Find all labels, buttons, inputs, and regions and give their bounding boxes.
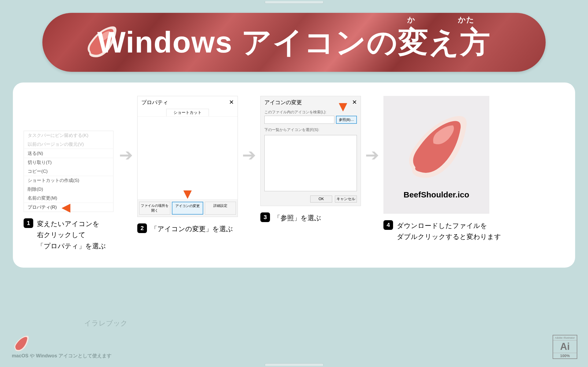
title-text: か かた Windows アイコンの変え方 [97, 22, 491, 63]
step-3-desc: 「参照」を選ぶ [274, 212, 321, 223]
ok-button[interactable]: OK [310, 196, 332, 203]
dlg3-title: アイコンの変更 [264, 99, 302, 106]
pointer-arrow-icon: ▼ [336, 103, 350, 110]
footer-mid: や [28, 353, 36, 358]
context-menu: タスクバーにピン留めする(K) 以前のバージョンの復元(V) 送る(N) 切り取… [24, 131, 113, 212]
ctx-pin[interactable]: タスクバーにピン留めする(K) [24, 131, 113, 140]
dlg3-list-label: 下の一覧からアイコンを選択(S): [261, 126, 361, 133]
btn-advanced[interactable]: 詳細設定 [205, 202, 236, 215]
ai-badge-top: Adobe Illustrator [553, 335, 577, 340]
footer-macos: macOS [12, 353, 28, 358]
icon-path-input[interactable] [264, 116, 334, 124]
title-main: Windows アイコンの変え方 [97, 25, 491, 59]
step-2-desc: 「アイコンの変更」を選ぶ [151, 223, 233, 234]
step-1-badge: 1 [24, 218, 33, 228]
step-2-badge: 2 [137, 223, 147, 233]
result-filename: BeefShoulder.ico [404, 190, 469, 199]
cancel-button[interactable]: キャンセル [335, 196, 357, 203]
flow-arrow-icon: ➔ [365, 145, 379, 165]
steps-panel: タスクバーにピン留めする(K) 以前のバージョンの復元(V) 送る(N) 切り取… [13, 83, 575, 268]
pointer-arrow-icon: ▼ [181, 190, 194, 197]
ai-badge-bot: 100% [553, 353, 577, 358]
step-1-desc: 変えたいアイコンを 右クリックして 「プロパティ」を選ぶ [37, 218, 106, 252]
browse-button[interactable]: 参照(B)… [336, 116, 357, 124]
footer-brand: イラレブック [84, 319, 128, 328]
step-4-desc: ダウンロードしたファイルを ダブルクリックすると変わります [397, 220, 501, 242]
result-preview: BeefShoulder.ico [383, 96, 489, 214]
top-notch [265, 1, 324, 4]
footer-note: macOS や Windwos アイコンとして使えます [12, 353, 128, 359]
footer: イラレブック macOS や Windwos アイコンとして使えます [12, 319, 128, 359]
ruby-ka: か [407, 15, 416, 25]
ai-badge: Adobe Illustrator Ai 100% [553, 335, 577, 359]
btn-open-location[interactable]: ファイルの場所を開く [139, 202, 170, 215]
ctx-properties[interactable]: プロパティ(R) ◀ [24, 203, 113, 212]
title-banner: か かた Windows アイコンの変え方 [42, 13, 546, 72]
meat-icon [399, 110, 474, 185]
ctx-delete[interactable]: 削除(D) [24, 185, 113, 194]
icon-list[interactable] [264, 135, 357, 191]
ctx-send[interactable]: 送る(N) [24, 149, 113, 158]
close-icon[interactable]: ✕ [352, 99, 357, 106]
step-4-badge: 4 [383, 220, 393, 230]
ctx-shortcut[interactable]: ショートカットの作成(S) [24, 176, 113, 185]
meat-icon [12, 334, 31, 353]
close-icon[interactable]: ✕ [229, 99, 234, 106]
ctx-properties-label: プロパティ(R) [28, 204, 57, 210]
bottom-notch [265, 363, 324, 366]
flow-arrow-icon: ➔ [242, 145, 256, 165]
flow-arrow-icon: ➔ [119, 145, 133, 165]
dlg-tab-shortcut[interactable]: ショートカット [166, 109, 209, 116]
ctx-copy[interactable]: コピー(C) [24, 167, 113, 176]
ruby-kata: かた [458, 15, 475, 25]
properties-dialog: プロパティ ✕ ショートカット ▼ ファイルの場所を開く アイコンの変更 詳細設… [137, 96, 238, 217]
ctx-restore[interactable]: 以前のバージョンの復元(V) [24, 140, 113, 149]
ctx-cut[interactable]: 切り取り(T) [24, 158, 113, 167]
btn-change-icon[interactable]: アイコンの変更 [172, 202, 204, 215]
step-3-badge: 3 [260, 212, 270, 222]
dlg-title: プロパティ [141, 99, 168, 106]
footer-suffix: アイコンとして使えます [57, 353, 112, 358]
footer-windows: Windwos [36, 353, 57, 358]
change-icon-dialog: アイコンの変更 ✕ このファイル内のアイコンを検索(L): ▼ 参照(B)… 下… [260, 96, 361, 206]
ai-badge-mid: Ai [553, 340, 577, 353]
